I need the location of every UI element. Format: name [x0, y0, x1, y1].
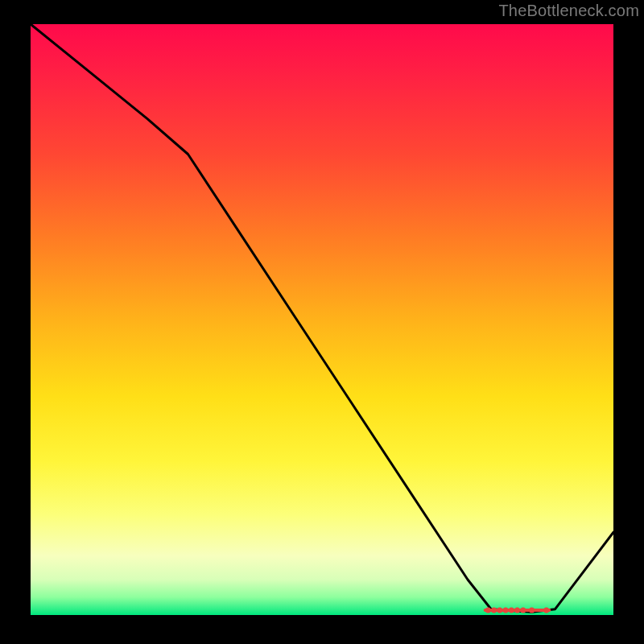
- minimum-marker: [485, 608, 491, 613]
- chart-svg: [31, 24, 613, 615]
- minimum-marker: [491, 608, 497, 613]
- minimum-marker: [520, 608, 526, 613]
- minimum-marker: [514, 608, 520, 613]
- minimum-marker: [509, 608, 514, 613]
- minimum-marker: [543, 608, 549, 613]
- minimum-marker: [529, 608, 535, 613]
- minimum-marker: [497, 608, 502, 613]
- minimum-marker: [503, 608, 509, 613]
- bottleneck-curve-line: [31, 24, 613, 612]
- attribution-text: TheBottleneck.com: [498, 2, 639, 20]
- chart-frame: TheBottleneck.com: [0, 0, 644, 644]
- plot-area: [31, 24, 613, 615]
